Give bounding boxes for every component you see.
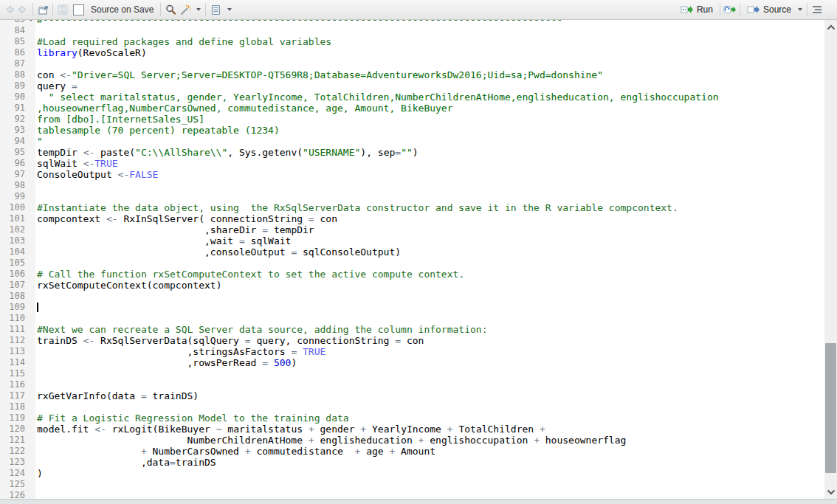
line-number: 94 (0, 136, 27, 147)
fold-column (27, 36, 35, 47)
text-caret (37, 303, 38, 312)
toolbar-more-dropdown[interactable] (222, 7, 235, 13)
code-editor[interactable]: 83#-------------------------------------… (0, 20, 824, 500)
fold-column (27, 424, 35, 435)
code-text: ,shareDir = tempDir (35, 224, 824, 235)
line-number: 124 (0, 468, 27, 479)
save-icon[interactable] (56, 3, 69, 16)
scroll-down-icon[interactable] (824, 486, 837, 498)
code-text (35, 180, 824, 191)
vertical-scrollbar[interactable] (824, 20, 837, 500)
code-line[interactable]: 125 (0, 479, 824, 490)
source-dropdown[interactable] (795, 7, 804, 13)
fold-arrow-icon[interactable] (27, 20, 35, 25)
code-line[interactable]: 87 (0, 58, 824, 69)
code-line[interactable]: 120model.fit <- rxLogit(BikeBuyer ~ mari… (0, 424, 824, 435)
code-line[interactable]: 97ConsoleOutput <-FALSE (0, 169, 824, 180)
code-line[interactable]: 99 (0, 191, 824, 202)
code-line[interactable]: 103 ,wait = sqlWait (0, 235, 824, 246)
back-icon[interactable] (3, 3, 16, 16)
scrollbar-thumb[interactable] (825, 343, 836, 473)
code-text: #Next we can recreate a SQL Server data … (35, 324, 824, 335)
fold-column (27, 25, 35, 36)
code-line[interactable]: 98 (0, 180, 824, 191)
code-line[interactable]: 118 (0, 401, 824, 412)
code-line[interactable]: 93tablesample (70 percent) repeatable (1… (0, 125, 824, 136)
line-number: 95 (0, 147, 27, 158)
find-replace-icon[interactable] (164, 3, 177, 16)
chevron-down-icon (798, 8, 802, 11)
code-line[interactable]: 111#Next we can recreate a SQL Server da… (0, 324, 824, 335)
code-line[interactable]: 104 ,consoleOutput = sqlConsoleOutput) (0, 246, 824, 258)
code-line[interactable]: 121 NumberChildrenAtHome + englisheducat… (0, 435, 824, 446)
fold-column (27, 224, 35, 235)
code-text: " (35, 136, 824, 147)
forward-icon[interactable] (16, 3, 30, 16)
code-line[interactable]: 101compcontext <- RxInSqlServer( connect… (0, 213, 824, 224)
code-line[interactable]: 105 (0, 258, 824, 269)
code-line[interactable]: 83#-------------------------------------… (0, 20, 824, 25)
code-line[interactable]: 108 (0, 291, 824, 302)
fold-column (27, 435, 35, 446)
code-line[interactable]: 107rxSetComputeContext(compcontext) (0, 280, 824, 291)
compile-notebook-icon[interactable] (209, 3, 222, 16)
code-line[interactable]: 85#Load required packages and define glo… (0, 36, 824, 47)
code-line[interactable]: 89query = (0, 80, 824, 92)
open-in-new-window-icon[interactable] (36, 3, 49, 16)
code-line[interactable]: 113 ,stringsAsFactors = TRUE (0, 346, 824, 357)
code-text (35, 191, 824, 202)
rerun-icon[interactable] (723, 3, 737, 16)
code-line[interactable]: 109 (0, 302, 824, 313)
line-number: 118 (0, 401, 27, 412)
code-text: #---------------------------------------… (35, 20, 824, 25)
line-number: 105 (0, 258, 27, 269)
source-on-save-toggle[interactable]: Source on Save (69, 3, 157, 17)
code-text: compcontext <- RxInSqlServer( connection… (35, 213, 824, 224)
code-line[interactable]: 88con <-"Driver=SQL Server;Server=DESKTO… (0, 69, 824, 80)
code-line[interactable]: 91,houseownerflag,NumberCarsOwned, commu… (0, 103, 824, 114)
code-line[interactable]: 117rxGetVarInfo(data = trainDS) (0, 390, 824, 401)
code-text: tempDir <- paste("C:\\AllShare\\", Sys.g… (35, 147, 824, 158)
document-outline-icon[interactable] (810, 3, 824, 16)
code-line[interactable]: 112trainDS <- RxSqlServerData(sqlQuery =… (0, 335, 824, 346)
code-line[interactable]: 84 (0, 25, 824, 36)
fold-column (27, 479, 35, 490)
line-number: 86 (0, 47, 27, 58)
fold-column (27, 280, 35, 291)
code-line[interactable]: 122 + NumberCarsOwned + commutedistance … (0, 446, 824, 457)
code-line[interactable]: 96sqlWait <-TRUE (0, 158, 824, 169)
code-line[interactable]: 115 (0, 368, 824, 379)
code-line[interactable]: 116 (0, 379, 824, 390)
code-line[interactable]: 95tempDir <- paste("C:\\AllShare\\", Sys… (0, 147, 824, 158)
fold-column (27, 202, 35, 213)
fold-column (27, 390, 35, 401)
code-line[interactable]: 102 ,shareDir = tempDir (0, 224, 824, 235)
chevron-down-icon (196, 8, 201, 11)
fold-column (27, 246, 35, 258)
line-number: 101 (0, 213, 27, 224)
line-number: 110 (0, 313, 27, 324)
code-text: + NumberCarsOwned + commutedistance + ag… (35, 446, 824, 457)
code-tools-button[interactable] (177, 1, 202, 18)
fold-column (27, 468, 35, 479)
source-on-save-checkbox[interactable] (73, 4, 84, 15)
source-on-save-label: Source on Save (91, 4, 154, 15)
code-line[interactable]: 92from [dbo].[InternetSales_US] (0, 114, 824, 125)
scroll-up-icon[interactable] (824, 21, 837, 33)
code-line[interactable]: 119# Fit a Logistic Regression Model to … (0, 412, 824, 424)
code-line[interactable]: 106# Call the function rxSetComputeConte… (0, 269, 824, 280)
run-button[interactable]: Run (677, 1, 717, 18)
fold-column (27, 346, 35, 357)
code-line[interactable]: 94" (0, 136, 824, 147)
code-text (35, 58, 824, 69)
code-line[interactable]: 124) (0, 468, 824, 479)
source-button[interactable]: Source (743, 1, 795, 18)
code-line[interactable]: 110 (0, 313, 824, 324)
code-line[interactable]: 100#Instantiate the data object, using t… (0, 202, 824, 213)
code-line[interactable]: 114 ,rowsPerRead = 500) (0, 357, 824, 368)
code-line[interactable]: 123 ,data=trainDS (0, 457, 824, 468)
code-line[interactable]: 86library(RevoScaleR) (0, 47, 824, 58)
line-number: 102 (0, 224, 27, 235)
code-line[interactable]: 90 " select maritalstatus, gender, Yearl… (0, 92, 824, 103)
line-number: 84 (0, 25, 27, 36)
